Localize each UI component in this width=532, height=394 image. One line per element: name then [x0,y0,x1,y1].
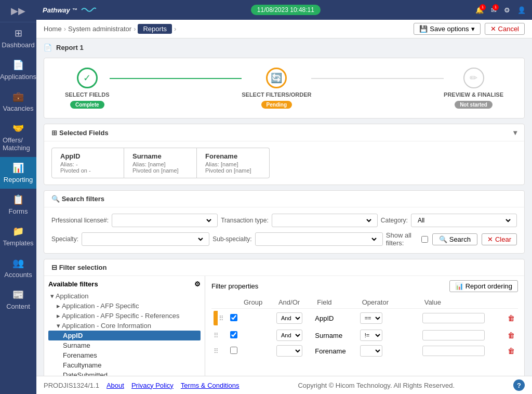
row3-checkbox[interactable] [230,347,237,354]
row3-operator-select[interactable]: ==!= [360,345,382,357]
sidebar-item-forms[interactable]: 📋 Forms [0,189,36,220]
sidebar-item-dashboard[interactable]: ⊞ Dashboard [0,22,36,54]
notification-icon[interactable]: 🔔1 [475,6,484,14]
sidebar-item-applications[interactable]: 📄 Applications [0,54,36,86]
tree-item-afp[interactable]: ▸ Application - AFP Specific [48,301,201,311]
col-group: Group [240,296,274,309]
stepper-section: ✓ SELECT FIELDS Complete 🔄 SELECT FILTER… [44,58,525,119]
subspecialty-input[interactable] [255,232,383,246]
tree-item-core[interactable]: ▾ Application - Core Information [48,321,201,331]
dashboard-icon: ⊞ [15,28,22,39]
footer-left: PRODJIS1324/1.1 About Privacy Policy Ter… [44,382,240,389]
settings-icon[interactable]: ⚙ [504,6,510,14]
row1-value-input[interactable] [422,313,485,323]
report-order-icon: 📊 [455,282,463,290]
breadcrumb-sep1: › [64,25,66,33]
specialty-select[interactable] [86,235,205,243]
field-name-appid: AppID [60,152,115,160]
row2-andor-select[interactable]: AndOr [276,330,302,341]
accounts-icon: 👥 [12,257,24,269]
license-input[interactable] [112,214,218,227]
breadcrumb-current: Reports [138,24,172,34]
orange-bar-1 [214,311,218,325]
show-all-checkbox[interactable] [421,236,428,243]
cancel-button[interactable]: ✕ Cancel [485,23,525,35]
transaction-select[interactable] [276,216,373,225]
row3-delete-button[interactable]: 🗑 [508,347,515,355]
filter-props-title: Filter properties [211,282,258,290]
clear-button[interactable]: ✕ Clear [482,233,517,245]
forms-icon: 📋 [12,194,24,205]
report-ordering-button[interactable]: 📊 Report ordering [449,280,518,292]
drag-handle-1[interactable]: ⠿ [219,314,226,322]
applications-icon: 📄 [12,59,24,71]
row2-operator-select[interactable]: !===>< [360,330,382,341]
col-delete [506,296,518,309]
row1-operator-select[interactable]: ==!=>< [360,312,382,324]
license-select[interactable] [116,216,213,225]
category-select[interactable]: All [416,216,512,225]
mail-badge: 1 [493,4,499,10]
sidebar-item-templates[interactable]: 📁 Templates [0,220,36,252]
sidebar-toggle[interactable]: ▶▶ [0,0,36,22]
breadcrumb-home[interactable]: Home [44,25,62,33]
save-options-button[interactable]: 💾 Save options ▾ [414,23,480,35]
save-icon: 💾 [419,25,428,33]
breadcrumb-sep2: › [134,25,136,33]
row1-andor-select[interactable]: AndOr [276,312,302,324]
col-field: Field [313,296,357,309]
sidebar-item-label: Applications [0,73,36,81]
field-card-forename: Forename Alias: [name] Pivoted on [name] [197,148,270,178]
datetime-badge: 11/08/2023 10:48:11 [251,5,321,15]
logo-wave [81,6,96,14]
filter-props-header: Filter properties 📊 Report ordering [211,280,518,292]
field-pivot-surname: Pivoted on [name] [132,167,188,174]
filter-selection-header: ⊟ Filter selection [44,259,524,276]
footer-terms[interactable]: Terms & Conditions [181,382,240,389]
drag-handle-2[interactable]: ⠿ [214,332,219,339]
sidebar-item-vacancies[interactable]: 💼 Vacancies [0,86,36,117]
footer-version: PRODJIS1324/1.1 [44,382,99,389]
search-button[interactable]: 🔍 Search [432,233,477,245]
selected-fields-collapse[interactable]: ▾ [513,128,517,137]
vacancies-icon: 💼 [12,91,24,102]
footer-privacy[interactable]: Privacy Policy [131,382,174,389]
tree-item-afp-ref[interactable]: ▸ Application - AFP Specific - Reference… [48,311,201,321]
sidebar-item-reporting[interactable]: 📊 Reporting [0,157,36,189]
app-name: Pathway [43,6,70,14]
subspecialty-select[interactable] [260,235,378,243]
row2-checkbox[interactable] [230,331,237,338]
step-preview: ✏ PREVIEW & FINALISE Not started [444,68,503,109]
tree-item-surname[interactable]: Surname [48,340,201,350]
row3-andor-select[interactable]: AndOr [276,345,302,357]
tree-settings-icon[interactable]: ⚙ [194,280,201,288]
drag-handle-3[interactable]: ⠿ [214,347,219,355]
filter-tree-header: Available filters ⚙ [48,280,201,288]
tree-item-forenames[interactable]: Forenames [48,350,201,360]
help-button[interactable]: ? [513,379,525,391]
category-input[interactable]: All [411,214,517,227]
breadcrumb-sysadmin[interactable]: System administrator [68,25,131,33]
sidebar-item-accounts[interactable]: 👥 Accounts [0,252,36,284]
search-filters-header: 🔍 Search filters [44,191,524,207]
specialty-input[interactable] [82,232,209,246]
footer-about[interactable]: About [107,382,124,389]
transaction-input[interactable] [272,214,378,227]
tree-item-datesubmitted[interactable]: DateSubmitted [48,370,201,376]
row1-delete-button[interactable]: 🗑 [508,314,515,322]
main-area: Pathway™ 11/08/2023 10:48:11 🔔1 ✉1 ⚙ 👤 H… [36,0,532,394]
row2-value-input[interactable] [422,330,485,340]
mail-icon[interactable]: ✉1 [491,6,497,14]
user-icon[interactable]: 👤 [517,6,526,14]
row3-value-input[interactable] [422,346,485,356]
report-title: Report 1 [56,44,84,51]
row2-delete-button[interactable]: 🗑 [508,331,515,339]
row1-checkbox[interactable] [230,314,237,321]
tree-item-application[interactable]: ▾ Application [48,291,201,301]
sidebar: ▶▶ ⊞ Dashboard 📄 Applications 💼 Vacancie… [0,0,36,394]
tree-item-appid[interactable]: AppID [48,331,201,340]
step3-circle: ✏ [463,68,484,88]
sidebar-item-content[interactable]: 📰 Content [0,284,36,316]
tree-item-facultyname[interactable]: Facultyname [48,360,201,370]
sidebar-item-offers[interactable]: 🤝 Offers/ Matching [0,117,36,157]
